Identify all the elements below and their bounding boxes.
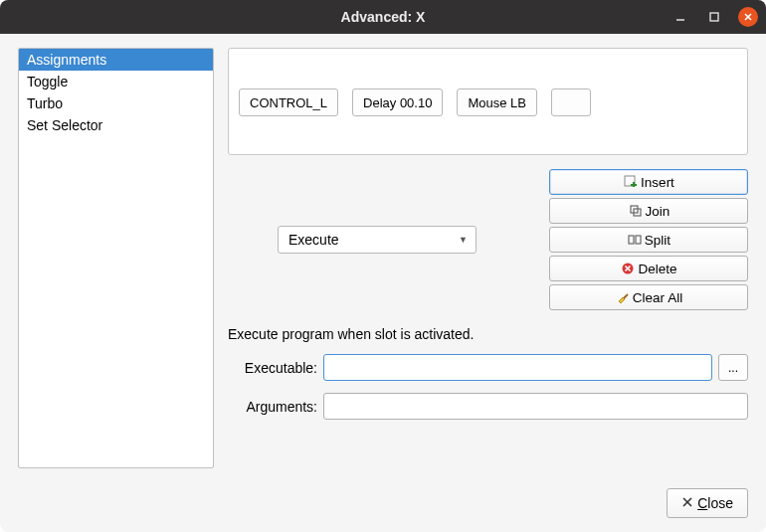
split-button[interactable]: Split	[549, 227, 748, 253]
footer: Close	[0, 478, 766, 532]
broom-icon	[615, 289, 631, 305]
maximize-button[interactable]	[704, 7, 724, 27]
sidebar-item-toggle[interactable]: Toggle	[19, 71, 213, 92]
window-title: Advanced: X	[341, 9, 426, 25]
button-label: Close	[697, 495, 733, 511]
close-icon	[681, 495, 693, 511]
join-button[interactable]: Join	[549, 198, 748, 224]
sidebar-item-turbo[interactable]: Turbo	[19, 92, 213, 114]
button-label: Join	[646, 204, 670, 219]
slot-button[interactable]: CONTROL_L	[239, 89, 338, 116]
executable-label: Executable:	[228, 360, 317, 376]
executable-input[interactable]	[323, 354, 712, 381]
button-label: Insert	[641, 175, 674, 190]
close-window-button[interactable]	[738, 7, 758, 27]
join-icon	[628, 203, 644, 219]
slot-button[interactable]: Delay 00.10	[352, 89, 443, 116]
slots-box: CONTROL_L Delay 00.10 Mouse LB	[228, 48, 748, 155]
sidebar: Assignments Toggle Turbo Set Selector	[18, 48, 214, 468]
combo-area: Execute ▼	[228, 169, 531, 310]
delete-button[interactable]: Delete	[549, 256, 748, 281]
chevron-down-icon: ▼	[459, 235, 468, 245]
sidebar-item-label: Turbo	[27, 95, 63, 111]
button-label: Clear All	[633, 290, 682, 305]
insert-button[interactable]: Insert	[549, 169, 748, 195]
svg-rect-1	[710, 13, 718, 21]
window: Advanced: X Assignments Toggle Turbo Set…	[0, 0, 766, 532]
delete-icon	[620, 261, 636, 276]
window-body: Assignments Toggle Turbo Set Selector CO…	[0, 34, 766, 478]
svg-line-12	[624, 294, 628, 298]
insert-icon	[623, 174, 639, 190]
sidebar-item-set-selector[interactable]: Set Selector	[19, 114, 213, 136]
executable-row: Executable: ...	[228, 354, 748, 381]
button-label: Delete	[638, 262, 676, 276]
sidebar-item-label: Toggle	[27, 74, 68, 89]
slot-button[interactable]: Mouse LB	[457, 89, 537, 116]
clear-all-button[interactable]: Clear All	[549, 284, 748, 310]
svg-rect-7	[629, 236, 634, 244]
button-label: Split	[645, 233, 670, 248]
sidebar-item-label: Set Selector	[27, 117, 102, 133]
window-controls	[670, 7, 758, 27]
arguments-label: Arguments:	[228, 399, 317, 415]
close-button[interactable]: Close	[667, 488, 748, 518]
description-text: Execute program when slot is activated.	[228, 326, 748, 342]
combo-value: Execute	[288, 232, 339, 248]
middle-row: Execute ▼ Insert Joi	[228, 169, 748, 310]
arguments-row: Arguments:	[228, 393, 748, 420]
slot-button[interactable]	[551, 89, 591, 116]
sidebar-item-label: Assignments	[27, 52, 106, 68]
sidebar-item-assignments[interactable]: Assignments	[19, 49, 213, 71]
browse-button[interactable]: ...	[718, 354, 748, 381]
svg-rect-8	[636, 236, 641, 244]
action-buttons: Insert Join Split	[549, 169, 748, 310]
minimize-button[interactable]	[670, 7, 690, 27]
split-icon	[627, 232, 643, 248]
main-panel: CONTROL_L Delay 00.10 Mouse LB Execute ▼	[228, 48, 748, 468]
arguments-input[interactable]	[323, 393, 748, 420]
titlebar: Advanced: X	[0, 0, 766, 34]
slot-type-combo[interactable]: Execute ▼	[278, 226, 477, 254]
